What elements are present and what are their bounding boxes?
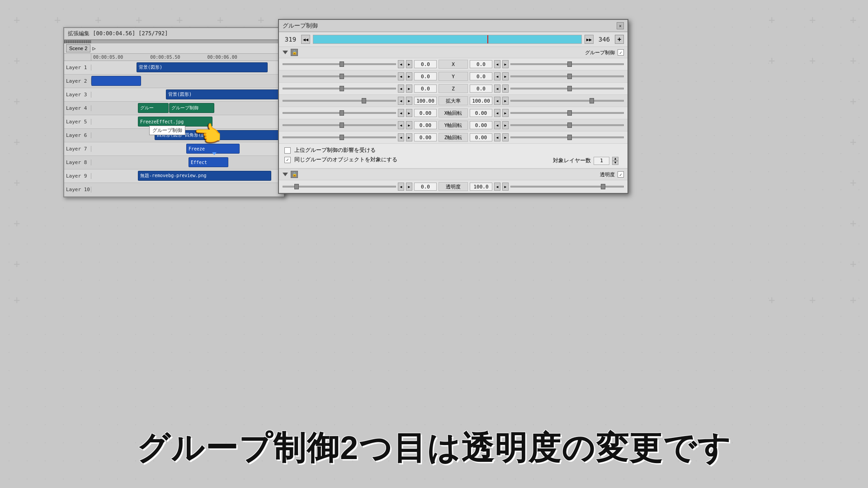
arrow-left-rotx[interactable]: ◀ — [398, 109, 404, 117]
arrow-right-rotx[interactable]: ▶ — [406, 109, 412, 117]
arrow-right-z[interactable]: ▶ — [406, 84, 412, 93]
arrow-right-rotx2[interactable]: ▶ — [502, 109, 509, 117]
param-value-x-right[interactable]: 0.0 — [470, 60, 492, 68]
arrow-right-trans[interactable]: ▶ — [406, 183, 412, 191]
scene-button[interactable]: Scene 2 — [66, 44, 90, 52]
arrow-left-x[interactable]: ◀ — [398, 60, 404, 68]
slider-rotz-right[interactable] — [510, 136, 624, 138]
ruler-marks: 00:00:05.00 00:00:05.50 00:00:06.00 — [91, 54, 284, 61]
arrow-right-rotz2[interactable]: ▶ — [502, 133, 509, 141]
layer-content-5: FreezeEffect.jpg — [91, 115, 284, 128]
param-value-rotx-right[interactable]: 0.00 — [470, 109, 492, 117]
arrow-left-trans[interactable]: ◀ — [398, 183, 404, 191]
arrow-right-scale[interactable]: ▶ — [406, 97, 412, 105]
param-value-y-right[interactable]: 0.0 — [470, 72, 492, 80]
param-value-scale-right[interactable]: 100.00 — [470, 97, 492, 105]
checkbox-row-1: 上位グループ制御の影響を受ける — [284, 146, 622, 154]
param-value-x-left[interactable]: 0.0 — [414, 60, 437, 68]
trans-lock-icon[interactable]: 🔒 — [291, 171, 298, 178]
spin-down[interactable]: ▼ — [612, 161, 618, 165]
layer-label-1: Layer 1 — [64, 65, 91, 70]
trans-expand-toggle[interactable] — [283, 173, 288, 176]
layer-label-6: Layer 6 — [64, 132, 91, 138]
next-frame-button[interactable]: ▶▶ — [585, 35, 594, 44]
slider-x-left[interactable] — [283, 63, 396, 65]
layer-row-7: Layer 7 Freeze — [64, 142, 284, 156]
arrow-left-rotz2[interactable]: ◀ — [494, 133, 500, 141]
param-value-z-left[interactable]: 0.0 — [414, 84, 437, 93]
arrow-right-roty2[interactable]: ▶ — [502, 121, 509, 129]
slider-y-right[interactable] — [510, 75, 624, 77]
prev-frame-button[interactable]: ◀◀ — [301, 35, 310, 44]
timeline-title: 拡張編集 [00:00:04.56] [275/792] — [68, 30, 168, 37]
spin-up[interactable]: ▲ — [612, 157, 618, 161]
arrow-left-rotz[interactable]: ◀ — [398, 133, 404, 141]
param-value-y-left[interactable]: 0.0 — [414, 72, 437, 80]
param-value-trans-right[interactable]: 100.0 — [470, 183, 492, 191]
param-value-scale-left[interactable]: 100.00 — [414, 97, 437, 105]
arrow-left-scale[interactable]: ◀ — [398, 97, 404, 105]
arrow-left-roty2[interactable]: ◀ — [494, 121, 500, 129]
slider-scale-right[interactable] — [510, 100, 624, 102]
scene-nav-icon[interactable]: ▷ — [92, 45, 95, 52]
clip-layer2[interactable] — [91, 76, 141, 86]
clip-layer9[interactable]: 無題-removebg-preview.png — [138, 171, 271, 181]
slider-roty-right[interactable] — [510, 124, 624, 126]
slider-roty-left[interactable] — [283, 124, 396, 126]
arrow-right-rotz[interactable]: ▶ — [406, 133, 412, 141]
checkbox-same-group[interactable] — [284, 157, 291, 163]
layer-content-1: 背景(図形) — [91, 61, 284, 74]
slider-x-right[interactable] — [510, 63, 624, 65]
panel-close-button[interactable]: × — [617, 22, 624, 29]
slider-rotx-right[interactable] — [510, 112, 624, 114]
clip-layer4-a[interactable]: グルー — [138, 103, 169, 113]
param-value-rotx-left[interactable]: 0.00 — [414, 109, 437, 117]
arrow-right-y[interactable]: ▶ — [406, 72, 412, 80]
layer-count-input[interactable]: 1 — [594, 157, 609, 165]
param-value-z-right[interactable]: 0.0 — [470, 84, 492, 93]
arrow-right-y2[interactable]: ▶ — [502, 72, 509, 80]
add-keyframe-button[interactable]: + — [615, 35, 624, 44]
clip-layer3[interactable]: 背景(図形) — [166, 89, 281, 99]
slider-z-left[interactable] — [283, 88, 396, 89]
param-value-roty-right[interactable]: 0.00 — [470, 121, 492, 129]
trans-checkbox[interactable] — [618, 171, 624, 178]
slider-z-right[interactable] — [510, 88, 624, 89]
timeline-scrollbar[interactable] — [64, 40, 284, 43]
arrow-left-x2[interactable]: ◀ — [494, 60, 500, 68]
group-control-checkbox[interactable] — [618, 49, 624, 56]
param-value-rotz-right[interactable]: 0.00 — [470, 133, 492, 141]
param-value-roty-left[interactable]: 0.00 — [414, 121, 437, 129]
param-value-trans-left[interactable]: 0.0 — [414, 183, 437, 191]
slider-trans-left[interactable] — [283, 186, 396, 188]
arrow-left-trans2[interactable]: ◀ — [494, 183, 500, 191]
slider-trans-right[interactable] — [510, 186, 624, 188]
clip-layer1[interactable]: 背景(図形) — [137, 62, 268, 72]
scrubber-track[interactable] — [313, 35, 582, 44]
arrow-right-trans2[interactable]: ▶ — [502, 183, 509, 191]
expand-toggle[interactable] — [283, 51, 288, 54]
checkbox-upper-group[interactable] — [284, 147, 291, 154]
arrow-left-rotx2[interactable]: ◀ — [494, 109, 500, 117]
clip-layer4-b[interactable]: グループ制御 — [169, 103, 214, 113]
slider-rotz-left[interactable] — [283, 136, 396, 138]
slider-scale-left[interactable] — [283, 100, 396, 102]
param-value-rotz-left[interactable]: 0.00 — [414, 133, 437, 141]
arrow-right-z2[interactable]: ▶ — [502, 84, 509, 93]
clip-layer8[interactable]: Effect — [189, 157, 228, 167]
arrow-right-scale2[interactable]: ▶ — [502, 97, 509, 105]
arrow-left-z[interactable]: ◀ — [398, 84, 404, 93]
arrow-left-scale2[interactable]: ◀ — [494, 97, 500, 105]
slider-rotx-left[interactable] — [283, 112, 396, 114]
arrow-right-x2[interactable]: ▶ — [502, 60, 509, 68]
arrow-right-x[interactable]: ▶ — [406, 60, 412, 68]
arrow-right-roty[interactable]: ▶ — [406, 121, 412, 129]
param-label-trans: 透明度 — [439, 182, 468, 191]
arrow-left-roty[interactable]: ◀ — [398, 121, 404, 129]
lock-icon[interactable]: 🔒 — [291, 49, 298, 56]
slider-y-left[interactable] — [283, 75, 396, 77]
arrow-left-y2[interactable]: ◀ — [494, 72, 500, 80]
clip-expand-arrow — [212, 152, 217, 155]
arrow-left-y[interactable]: ◀ — [398, 72, 404, 80]
arrow-left-z2[interactable]: ◀ — [494, 84, 500, 93]
